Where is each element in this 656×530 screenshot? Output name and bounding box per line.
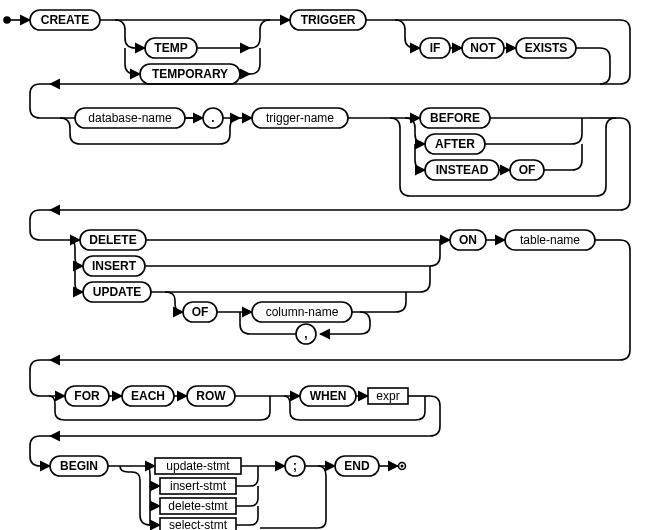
- kw-create: CREATE: [41, 13, 89, 27]
- kw-temporary: TEMPORARY: [152, 67, 228, 81]
- kw-update: UPDATE: [93, 285, 141, 299]
- rule-trigger-name: trigger-name: [266, 111, 334, 125]
- kw-exists: EXISTS: [525, 41, 568, 55]
- kw-dot: .: [211, 111, 214, 125]
- kw-row: ROW: [196, 389, 226, 403]
- kw-when: WHEN: [310, 389, 347, 403]
- kw-for: FOR: [74, 389, 100, 403]
- kw-on: ON: [459, 233, 477, 247]
- kw-instead: INSTEAD: [436, 163, 489, 177]
- kw-of-columns: OF: [192, 305, 209, 319]
- rule-column-name: column-name: [266, 305, 339, 319]
- ruleref-select-stmt: select-stmt: [169, 518, 228, 530]
- kw-end: END: [344, 459, 370, 473]
- ruleref-expr: expr: [376, 389, 399, 403]
- kw-comma: ,: [304, 327, 307, 341]
- ruleref-insert-stmt: insert-stmt: [170, 479, 227, 493]
- railroad-diagram: CREATE TEMP TEMPORARY TRIGGER IF NOT EXI…: [0, 0, 656, 530]
- svg-point-69: [401, 465, 404, 468]
- ruleref-delete-stmt: delete-stmt: [168, 499, 228, 513]
- kw-of-timing: OF: [519, 163, 536, 177]
- ruleref-update-stmt: update-stmt: [166, 459, 230, 473]
- kw-insert: INSERT: [92, 259, 137, 273]
- rule-database-name: database-name: [88, 111, 172, 125]
- kw-if: IF: [430, 41, 441, 55]
- kw-temp: TEMP: [154, 41, 187, 55]
- kw-after: AFTER: [435, 137, 475, 151]
- kw-before: BEFORE: [430, 111, 480, 125]
- svg-point-0: [4, 17, 10, 23]
- kw-delete: DELETE: [89, 233, 136, 247]
- kw-trigger: TRIGGER: [301, 13, 356, 27]
- rule-table-name: table-name: [520, 233, 580, 247]
- kw-begin: BEGIN: [60, 459, 98, 473]
- kw-each: EACH: [131, 389, 165, 403]
- kw-semicolon: ;: [293, 459, 297, 473]
- kw-not: NOT: [470, 41, 496, 55]
